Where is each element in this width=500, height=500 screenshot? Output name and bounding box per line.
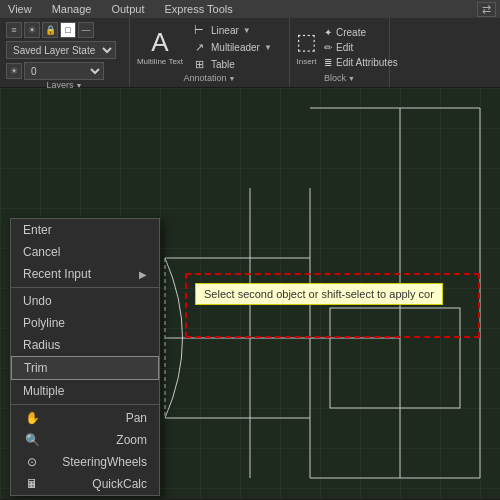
tooltip-text: Select second object or shift-select to …	[204, 288, 434, 300]
multileader-button[interactable]: ↗ Multileader ▼	[188, 40, 275, 55]
multileader-arrow: ▼	[264, 43, 272, 52]
block-section: ⬚ Insert ✦ Create ✏ Edit ≣ Edit Attribut…	[290, 18, 390, 87]
edit-attributes-button[interactable]: ≣ Edit Attributes	[321, 56, 401, 69]
saved-layer-state-dropdown[interactable]: Saved Layer State	[6, 41, 116, 59]
block-arrow: ▼	[348, 75, 355, 82]
insert-label: Insert	[296, 57, 316, 66]
create-icon: ✦	[324, 27, 332, 38]
ctx-steering-wheels[interactable]: ⊙ SteeringWheels	[11, 451, 159, 473]
ctx-multiple[interactable]: Multiple	[11, 380, 159, 402]
ctx-radius[interactable]: Radius	[11, 334, 159, 356]
ctx-pan[interactable]: ✋ Pan	[11, 407, 159, 429]
ctx-zoom[interactable]: 🔍 Zoom	[11, 429, 159, 451]
create-button[interactable]: ✦ Create	[321, 26, 401, 39]
layer-freeze-icon[interactable]: ☀	[24, 22, 40, 38]
edit-attr-icon: ≣	[324, 57, 332, 68]
layer-controls: ≡ ☀ 🔒 □ — Saved Layer State ☀ 0	[6, 22, 116, 80]
recent-input-arrow: ▶	[139, 269, 147, 280]
ctx-sep2	[11, 404, 159, 405]
layer-color-icon[interactable]: □	[60, 22, 76, 38]
annotation-right: ⊢ Linear ▼ ↗ Multileader ▼ ⊞ Table	[188, 23, 275, 72]
multiline-text-icon: A	[151, 29, 168, 55]
tooltip: Select second object or shift-select to …	[195, 283, 443, 305]
calc-icon: 🖩	[23, 477, 41, 491]
layer-lock-icon[interactable]: 🔒	[42, 22, 58, 38]
layer-row2: ☀ 0	[6, 62, 116, 80]
layer-zero-dropdown[interactable]: 0	[24, 62, 104, 80]
menu-express-tools[interactable]: Express Tools	[160, 2, 236, 16]
annotation-section: A Multiline Text ⊢ Linear ▼ ↗ Multileade…	[130, 18, 290, 87]
block-right: ✦ Create ✏ Edit ≣ Edit Attributes	[321, 26, 401, 69]
ctx-trim[interactable]: Trim	[11, 356, 159, 380]
block-label: Block ▼	[296, 73, 383, 85]
pan-icon: ✋	[23, 411, 41, 425]
layer-properties-icon[interactable]: ≡	[6, 22, 22, 38]
ctx-recent-input[interactable]: Recent Input ▶	[11, 263, 159, 285]
layers-section: ≡ ☀ 🔒 □ — Saved Layer State ☀ 0 Layer	[0, 18, 130, 87]
linear-icon: ⊢	[191, 24, 207, 37]
annotation-arrow: ▼	[229, 75, 236, 82]
block-content: ⬚ Insert ✦ Create ✏ Edit ≣ Edit Attribut…	[296, 22, 383, 73]
ctx-sep1	[11, 287, 159, 288]
linear-button[interactable]: ⊢ Linear ▼	[188, 23, 275, 38]
ctx-enter[interactable]: Enter	[11, 219, 159, 241]
layer-visible-icon[interactable]: ☀	[6, 63, 22, 79]
table-button[interactable]: ⊞ Table	[188, 57, 275, 72]
insert-icon: ⬚	[296, 29, 317, 55]
ctx-undo[interactable]: Undo	[11, 290, 159, 312]
ctx-polyline[interactable]: Polyline	[11, 312, 159, 334]
multiline-text-label: Multiline Text	[137, 57, 183, 66]
menu-manage[interactable]: Manage	[48, 2, 96, 16]
window-controls[interactable]: ⇄	[477, 2, 496, 17]
annotation-content: A Multiline Text ⊢ Linear ▼ ↗ Multileade…	[136, 22, 283, 73]
table-icon: ⊞	[191, 58, 207, 71]
edit-button[interactable]: ✏ Edit	[321, 41, 401, 54]
steering-icon: ⊙	[23, 455, 41, 469]
ctx-cancel[interactable]: Cancel	[11, 241, 159, 263]
ctx-quick-calc[interactable]: 🖩 QuickCalc	[11, 473, 159, 495]
insert-button[interactable]: ⬚ Insert	[296, 23, 317, 73]
zoom-icon: 🔍	[23, 433, 41, 447]
menu-bar: View Manage Output Express Tools ⇄	[0, 0, 500, 18]
context-menu: Enter Cancel Recent Input ▶ Undo Polylin…	[10, 218, 160, 496]
layer-icons-row: ≡ ☀ 🔒 □ —	[6, 22, 116, 38]
toolbar: ≡ ☀ 🔒 □ — Saved Layer State ☀ 0 Layer	[0, 18, 500, 88]
layers-content: ≡ ☀ 🔒 □ — Saved Layer State ☀ 0	[6, 22, 123, 80]
layer-linetype-icon[interactable]: —	[78, 22, 94, 38]
menu-output[interactable]: Output	[107, 2, 148, 16]
multileader-icon: ↗	[191, 41, 207, 54]
menu-view[interactable]: View	[4, 2, 36, 16]
edit-icon: ✏	[324, 42, 332, 53]
annotation-label: Annotation ▼	[136, 73, 283, 85]
canvas-area[interactable]: Select second object or shift-select to …	[0, 88, 500, 499]
multiline-text-button[interactable]: A Multiline Text	[136, 23, 184, 73]
linear-arrow: ▼	[243, 26, 251, 35]
